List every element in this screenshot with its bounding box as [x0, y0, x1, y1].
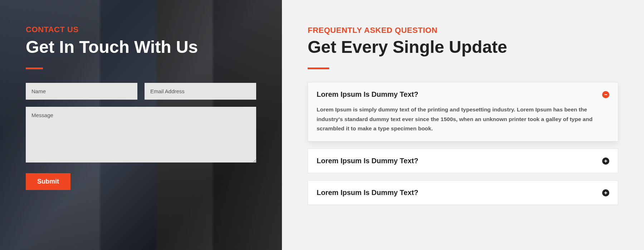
- message-textarea[interactable]: [26, 107, 256, 162]
- faq-answer: Lorem Ipsum is simply dummy text of the …: [317, 105, 609, 133]
- faq-item: Lorem Ipsum Is Dummy Text?: [308, 180, 618, 205]
- faq-item-header[interactable]: Lorem Ipsum Is Dummy Text?: [317, 90, 609, 99]
- faq-panel: FREQUENTLY ASKED QUESTION Get Every Sing…: [282, 0, 644, 250]
- contact-eyebrow: CONTACT US: [26, 25, 256, 34]
- contact-heading: Get In Touch With Us: [26, 37, 256, 57]
- svg-rect-0: [604, 94, 607, 95]
- form-row-message: [26, 107, 256, 164]
- faq-item-header[interactable]: Lorem Ipsum Is Dummy Text?: [317, 157, 609, 165]
- submit-button[interactable]: Submit: [26, 173, 70, 190]
- faq-item: Lorem Ipsum Is Dummy Text? Lorem Ipsum i…: [308, 82, 618, 141]
- faq-heading: Get Every Single Update: [308, 37, 618, 57]
- email-field-wrap: [145, 83, 256, 100]
- faq-question: Lorem Ipsum Is Dummy Text?: [317, 157, 418, 165]
- faq-eyebrow: FREQUENTLY ASKED QUESTION: [308, 26, 618, 35]
- expand-icon: [602, 158, 609, 165]
- svg-rect-4: [605, 191, 606, 194]
- faq-accordion: Lorem Ipsum Is Dummy Text? Lorem Ipsum i…: [308, 82, 618, 205]
- name-field-wrap: [26, 83, 137, 100]
- accent-divider: [308, 68, 329, 69]
- contact-panel: CONTACT US Get In Touch With Us Submit: [0, 0, 282, 250]
- accent-divider: [26, 68, 43, 69]
- faq-question: Lorem Ipsum Is Dummy Text?: [317, 90, 418, 99]
- faq-question: Lorem Ipsum Is Dummy Text?: [317, 189, 418, 197]
- collapse-icon: [602, 91, 609, 98]
- name-input[interactable]: [26, 83, 137, 100]
- form-row-top: [26, 83, 256, 100]
- faq-item: Lorem Ipsum Is Dummy Text?: [308, 149, 618, 173]
- svg-rect-2: [605, 160, 606, 162]
- email-input[interactable]: [145, 83, 256, 100]
- expand-icon: [602, 189, 609, 196]
- message-field-wrap: [26, 107, 256, 164]
- faq-item-header[interactable]: Lorem Ipsum Is Dummy Text?: [317, 189, 609, 197]
